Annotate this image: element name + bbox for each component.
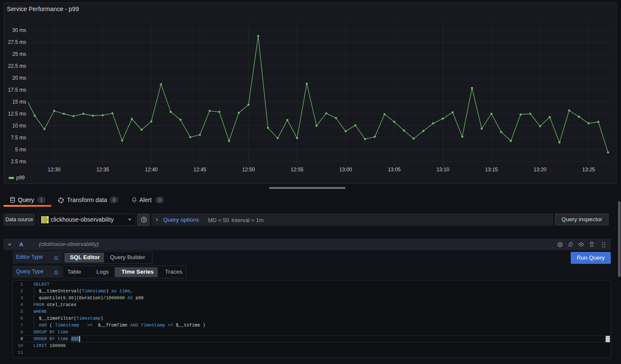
svg-text:13:25: 13:25 [582,167,595,173]
svg-text:25 ms: 25 ms [12,51,26,57]
svg-text:13:10: 13:10 [436,167,449,173]
svg-text:12:30: 12:30 [48,167,61,173]
svg-text:13:15: 13:15 [485,167,498,173]
svg-text:17.5 ms: 17.5 ms [8,87,26,93]
svg-text:2.5 ms: 2.5 ms [11,159,26,165]
svg-text:30 ms: 30 ms [12,27,26,33]
svg-text:27.5 ms: 27.5 ms [8,39,26,45]
svg-text:7.5 ms: 7.5 ms [11,135,26,141]
svg-text:10 ms: 10 ms [12,123,26,129]
svg-text:5 ms: 5 ms [15,147,26,153]
svg-text:13:05: 13:05 [388,167,401,173]
svg-text:12:40: 12:40 [145,167,158,173]
svg-text:15 ms: 15 ms [12,99,26,105]
svg-text:20 ms: 20 ms [12,75,26,81]
svg-text:12.5 ms: 12.5 ms [8,111,26,117]
svg-text:13:00: 13:00 [339,167,352,173]
svg-text:?: ? [142,217,144,222]
svg-text:12:55: 12:55 [291,167,303,173]
svg-text:12:35: 12:35 [96,167,109,173]
svg-text:12:45: 12:45 [194,167,206,173]
svg-text:12:50: 12:50 [242,167,255,173]
svg-text:22.5 ms: 22.5 ms [8,63,26,69]
svg-text:13:20: 13:20 [534,167,546,173]
